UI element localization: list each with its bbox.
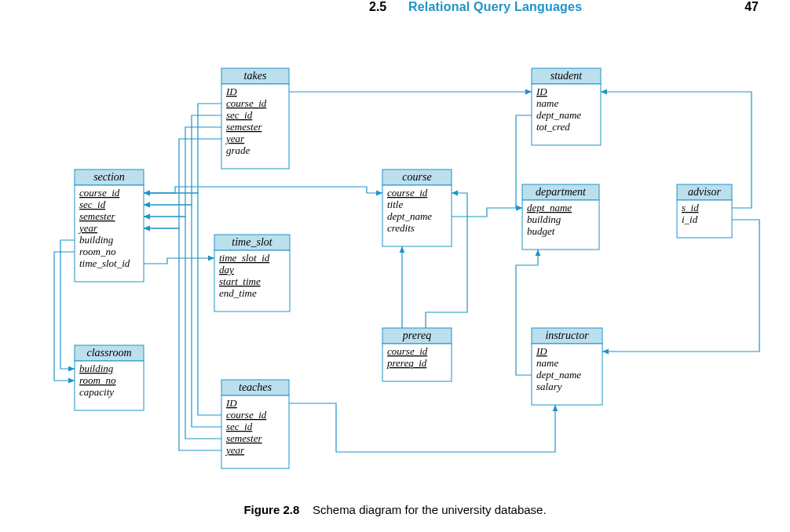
table-attr: grade (226, 144, 251, 156)
table-attr: year (225, 133, 245, 144)
table-attr: semester (226, 121, 262, 133)
table-attr: dept_name (536, 369, 581, 381)
table-department: departmentdept_namebuildingbudget (522, 184, 599, 250)
table-takes: takesIDcourse_idsec_idsemesteryeargrade (221, 68, 289, 169)
table-attr: course_id (226, 97, 267, 109)
table-title: student (550, 70, 583, 82)
table-title: prereq (402, 330, 431, 341)
table-attr: dept_name (527, 202, 572, 213)
table-attr: semester (226, 432, 262, 444)
table-title: takes (244, 70, 267, 82)
table-attr: prereq_id (386, 357, 427, 369)
table-attr: room_no (79, 374, 116, 386)
table-attr: tot_cred (536, 121, 570, 133)
table-attr: year (78, 222, 98, 234)
table-instructor: instructorIDnamedept_namesalary (532, 328, 602, 405)
table-attr: time_slot_id (79, 257, 130, 269)
table-attr: name (536, 97, 558, 109)
table-attr: room_no (79, 246, 116, 257)
table-attr: building (527, 213, 561, 225)
table-prereq: prereqcourse_idprereq_id (382, 328, 452, 381)
table-attr: name (536, 357, 558, 369)
table-attr: building (79, 363, 114, 374)
table-student: studentIDnamedept_nametot_cred (532, 68, 601, 145)
boxes: takesIDcourse_idsec_idsemesteryeargrades… (75, 68, 732, 468)
table-attr: ID (536, 345, 547, 357)
table-title: instructor (545, 330, 589, 341)
table-section: sectioncourse_idsec_idsemesteryearbuildi… (75, 169, 144, 282)
table-attr: dept_name (536, 109, 581, 121)
table-advisor: advisors_idi_id (677, 184, 732, 238)
table-title: time_slot (232, 236, 272, 248)
table-attr: time_slot_id (219, 252, 270, 264)
table-attr: building (79, 234, 114, 246)
table-title: advisor (688, 186, 722, 198)
table-attr: course_id (79, 187, 120, 199)
table-attr: dept_name (387, 210, 432, 222)
table-attr: credits (387, 222, 415, 234)
table-attr: course_id (226, 409, 267, 421)
schema-diagram: takesIDcourse_idsec_idsemesteryeargrades… (0, 0, 790, 532)
table-attr: year (225, 444, 245, 456)
table-attr: salary (536, 381, 562, 392)
table-attr: s_id (682, 202, 699, 213)
table-teaches: teachesIDcourse_idsec_idsemesteryear (221, 380, 289, 468)
table-attr: ID (225, 397, 237, 409)
table-attr: semester (79, 210, 115, 222)
connectors (54, 92, 759, 452)
table-attr: sec_id (226, 421, 253, 432)
table-attr: sec_id (226, 109, 253, 121)
table-attr: course_id (387, 345, 428, 357)
table-attr: start_time (219, 275, 261, 287)
table-title: teaches (239, 381, 272, 393)
table-title: course (402, 171, 431, 183)
table-attr: title (387, 199, 403, 210)
figure-caption: Figure 2.8 Schema diagram for the univer… (0, 503, 790, 516)
table-attr: i_id (682, 213, 698, 225)
table-attr: capacity (79, 386, 114, 398)
table-classroom: classroombuildingroom_nocapacity (75, 345, 144, 410)
table-title: section (93, 171, 125, 183)
table-attr: end_time (219, 287, 257, 299)
table-course: coursecourse_idtitledept_namecredits (382, 169, 452, 246)
table-attr: ID (536, 86, 547, 97)
table-attr: day (219, 264, 234, 275)
table-time_slot: time_slottime_slot_iddaystart_timeend_ti… (214, 235, 290, 312)
figure-number: Figure 2.8 (243, 503, 299, 516)
figure-caption-text: Schema diagram for the university databa… (313, 503, 547, 516)
table-attr: sec_id (79, 199, 106, 210)
table-title: classroom (86, 347, 131, 359)
table-title: department (536, 186, 587, 198)
table-attr: ID (225, 86, 237, 97)
table-attr: budget (527, 225, 555, 237)
table-attr: course_id (387, 187, 428, 199)
